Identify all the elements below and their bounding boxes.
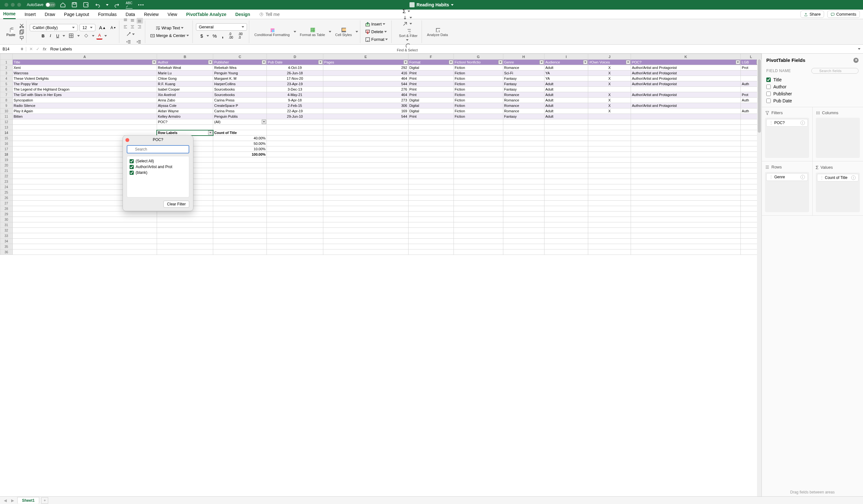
row-chip[interactable]: ⋮Genrei <box>766 173 808 181</box>
accept-formula-icon[interactable]: ✓ <box>36 47 40 51</box>
filter-option[interactable]: (Select All) <box>129 158 186 164</box>
tab-home[interactable]: Home <box>3 9 16 19</box>
orientation-button[interactable] <box>124 30 143 38</box>
tab-data[interactable]: Data <box>126 10 135 19</box>
expand-formula-bar[interactable] <box>858 48 861 50</box>
columns-area[interactable]: Columns <box>813 107 863 161</box>
value-chip[interactable]: ⋮Count of Titlei <box>817 174 859 181</box>
analyze-data-button[interactable]: Analyze Data <box>425 26 450 38</box>
save-as-icon[interactable] <box>83 2 89 8</box>
field-item[interactable]: Author <box>766 83 859 90</box>
merge-center-button[interactable]: Merge & Center <box>148 32 190 39</box>
tab-view[interactable]: View <box>167 10 177 19</box>
autosave-toggle[interactable]: AutoSave OFF <box>27 2 55 7</box>
tab-review[interactable]: Review <box>144 10 159 19</box>
tab-formulas[interactable]: Formulas <box>98 10 116 19</box>
values-area[interactable]: ΣValues ⋮Count of Titlei <box>813 161 863 216</box>
spellcheck-icon[interactable]: ABC✓ <box>126 1 133 9</box>
sort-filter-button[interactable]: Sort & Filter <box>397 27 420 39</box>
field-item[interactable]: Title <box>766 76 859 83</box>
filters-area[interactable]: Filters ⋮POC?i <box>762 107 813 161</box>
delete-cells-button[interactable]: Delete <box>363 28 389 35</box>
add-sheet-button[interactable]: + <box>41 497 48 504</box>
clear-button[interactable] <box>402 21 408 26</box>
insert-cells-button[interactable]: Insert <box>363 21 389 28</box>
undo-dropdown[interactable] <box>106 4 109 6</box>
field-item[interactable]: Pub Date <box>766 97 859 104</box>
tab-page-layout[interactable]: Page Layout <box>64 10 89 19</box>
tab-design[interactable]: Design <box>235 10 250 19</box>
formula-input[interactable]: Row Labels <box>49 47 858 51</box>
filter-chip[interactable]: ⋮POC?i <box>766 119 808 127</box>
increase-indent[interactable] <box>135 39 143 46</box>
increase-font-icon[interactable]: A▴ <box>97 24 107 31</box>
copy-icon[interactable] <box>19 29 24 35</box>
fill-color-button[interactable] <box>82 32 90 39</box>
save-icon[interactable] <box>72 2 77 8</box>
comma-button[interactable]: , <box>220 32 225 40</box>
close-icon[interactable] <box>125 138 129 142</box>
field-item[interactable]: Publisher <box>766 90 859 97</box>
number-format-select[interactable]: General <box>196 23 247 30</box>
conditional-formatting-button[interactable]: Conditional Formatting <box>252 26 292 38</box>
underline-button[interactable]: U <box>54 33 61 39</box>
font-size-select[interactable]: 12 <box>79 24 96 31</box>
filter-option[interactable]: Author/Artist and Prot <box>129 164 186 170</box>
increase-decimal[interactable]: .0.00 <box>227 31 235 40</box>
align-top[interactable] <box>123 18 129 24</box>
field-search-input[interactable]: Search fields <box>811 68 859 74</box>
next-sheet-icon[interactable]: ▶ <box>10 498 15 503</box>
search-icon[interactable] <box>661 0 756 29</box>
vertical-scrollbar[interactable] <box>757 59 762 496</box>
share-button[interactable]: Share <box>800 11 824 18</box>
align-right[interactable] <box>137 24 143 30</box>
comments-button[interactable]: Comments <box>827 11 860 18</box>
format-cells-button[interactable]: Format <box>363 36 389 43</box>
svg-rect-26 <box>436 28 440 32</box>
autosum-button[interactable]: Σ <box>402 9 406 14</box>
tab-draw[interactable]: Draw <box>45 10 55 19</box>
font-name-select[interactable]: Calibri (Body) <box>30 24 77 31</box>
align-left[interactable] <box>123 24 129 30</box>
borders-button[interactable] <box>67 32 75 39</box>
window-controls[interactable] <box>4 3 21 7</box>
format-painter-icon[interactable] <box>19 36 24 41</box>
sheet-tab[interactable]: Sheet1 <box>17 497 39 504</box>
cut-icon[interactable] <box>19 23 24 28</box>
document-title[interactable]: Reading Habits <box>410 2 453 7</box>
decrease-indent[interactable] <box>124 39 133 46</box>
decrease-decimal[interactable]: .00.0 <box>237 31 244 40</box>
cancel-formula-icon[interactable]: ✕ <box>29 47 33 51</box>
redo-icon[interactable] <box>114 2 120 8</box>
font-color-button[interactable]: A <box>96 32 102 40</box>
format-as-table-button[interactable]: Format as Table <box>298 26 327 38</box>
filter-search-input[interactable] <box>127 145 189 153</box>
prev-sheet-icon[interactable]: ◀ <box>2 498 8 503</box>
autosave-switch[interactable]: OFF <box>45 2 55 7</box>
paste-button[interactable]: Paste <box>4 26 17 38</box>
wrap-text-button[interactable]: Wrap Text <box>154 25 185 32</box>
clear-filter-button[interactable]: Clear Filter <box>163 201 189 208</box>
close-pane-icon[interactable]: ✕ <box>853 58 859 63</box>
home-icon[interactable] <box>60 2 66 8</box>
undo-icon[interactable] <box>95 2 100 8</box>
tell-me[interactable]: Tell me <box>259 12 279 17</box>
align-center[interactable] <box>129 24 136 30</box>
align-bottom[interactable] <box>137 18 143 24</box>
currency-button[interactable]: $ <box>199 32 204 40</box>
rows-area[interactable]: Rows ⋮Genrei <box>762 161 813 216</box>
decrease-font-icon[interactable]: A▾ <box>109 25 117 31</box>
filter-option[interactable]: (blank) <box>129 170 186 175</box>
bold-button[interactable]: B <box>40 33 46 39</box>
percent-button[interactable]: % <box>211 32 218 40</box>
cell-styles-button[interactable]: Cell Styles <box>333 26 354 38</box>
fill-button[interactable] <box>402 15 408 21</box>
italic-button[interactable]: I <box>48 32 53 39</box>
name-box[interactable]: B14 <box>0 47 26 51</box>
align-middle[interactable] <box>129 18 136 24</box>
tab-pivottable-analyze[interactable]: PivotTable Analyze <box>186 10 226 19</box>
fx-icon[interactable]: fx <box>43 47 47 51</box>
worksheet[interactable]: ABCDEFGHIJKL1TitleAuthorPublisherPub Dat… <box>0 54 762 496</box>
tab-insert[interactable]: Insert <box>25 10 36 19</box>
more-icon[interactable]: ••• <box>138 2 145 7</box>
